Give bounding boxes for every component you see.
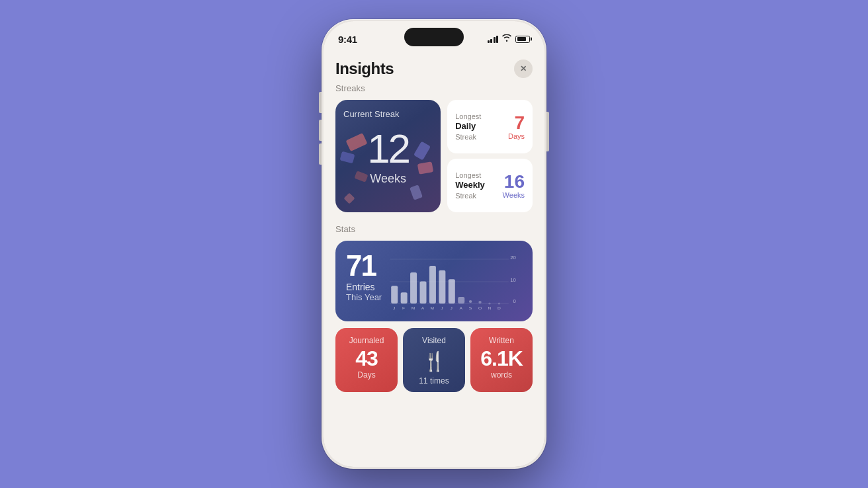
- svg-text:N: N: [488, 305, 492, 310]
- app-content: Insights ✕ Streaks: [324, 50, 544, 467]
- svg-text:0: 0: [513, 298, 516, 304]
- svg-rect-11: [439, 270, 446, 304]
- visited-value: 11 times: [419, 376, 449, 386]
- daily-streak-value: 7 Days: [508, 114, 525, 140]
- status-time: 9:41: [338, 34, 357, 45]
- written-label: Written: [489, 336, 514, 345]
- close-button[interactable]: ✕: [514, 60, 533, 78]
- phone-frame: 9:41: [322, 19, 546, 469]
- chart-svg: 20 10 0: [390, 251, 522, 311]
- entries-chart: 20 10 0: [390, 251, 522, 311]
- daily-streak-card: Longest Daily Streak 7 Days: [447, 100, 533, 153]
- visited-label: Visited: [422, 336, 446, 345]
- journaled-label: Journaled: [349, 336, 384, 345]
- svg-text:J: J: [393, 305, 395, 310]
- svg-text:D: D: [498, 305, 501, 310]
- status-icons: [488, 34, 531, 44]
- svg-text:M: M: [412, 305, 415, 310]
- svg-rect-9: [420, 282, 427, 304]
- weekly-streak-number: 16: [503, 173, 525, 191]
- svg-text:M: M: [431, 305, 435, 310]
- wifi-icon: [502, 34, 511, 44]
- svg-rect-8: [410, 272, 417, 304]
- entries-card: 71 Entries This Year 20 10 0: [335, 241, 533, 321]
- scroll-area[interactable]: Streaks: [324, 83, 544, 467]
- stats-section: Stats 71 Entries This Year: [335, 224, 533, 392]
- stats-label: Stats: [335, 224, 533, 234]
- fork-knife-icon: 🍴: [423, 350, 446, 372]
- svg-text:10: 10: [510, 277, 516, 283]
- page-title: Insights: [335, 60, 394, 78]
- svg-rect-12: [449, 279, 455, 304]
- journaled-unit: Days: [357, 370, 375, 380]
- written-unit: words: [491, 370, 512, 380]
- battery-icon: [515, 36, 530, 43]
- svg-point-14: [469, 300, 472, 303]
- svg-rect-10: [429, 266, 436, 304]
- svg-rect-13: [458, 297, 464, 304]
- streaks-grid: Current Streak 12 Weeks Longest Daily: [335, 100, 533, 212]
- svg-text:O: O: [478, 305, 482, 310]
- signal-icon: [488, 36, 499, 43]
- svg-text:20: 20: [510, 255, 516, 261]
- svg-point-15: [479, 301, 482, 304]
- journaled-value: 43: [355, 348, 378, 369]
- written-value: 6.1K: [480, 348, 523, 369]
- svg-text:J: J: [441, 305, 443, 310]
- bottom-stats: Journaled 43 Days Visited 🍴 11 times: [335, 328, 533, 392]
- written-card: Written 6.1K words: [470, 328, 533, 392]
- daily-streak-label: Longest Daily Streak: [455, 112, 481, 142]
- phone-screen: 9:41: [324, 21, 544, 467]
- current-streak-unit: Weeks: [343, 172, 433, 186]
- svg-text:J: J: [451, 305, 453, 310]
- current-streak-card: Current Streak 12 Weeks: [335, 100, 441, 212]
- weekly-streak-value: 16 Weeks: [503, 173, 525, 199]
- daily-streak-unit: Days: [508, 132, 525, 140]
- weekly-streak-card: Longest Weekly Streak 16 Weeks: [447, 159, 533, 212]
- right-streak-cards: Longest Daily Streak 7 Days: [447, 100, 533, 212]
- app-header: Insights ✕: [324, 50, 544, 83]
- visited-card: Visited 🍴 11 times: [403, 328, 465, 392]
- svg-text:F: F: [402, 305, 405, 310]
- svg-point-16: [488, 303, 490, 305]
- svg-point-17: [498, 303, 500, 305]
- current-streak-number: 12: [343, 128, 433, 169]
- streaks-section: Streaks: [335, 83, 533, 212]
- svg-text:A: A: [460, 305, 463, 310]
- entries-label: Entries This Year: [346, 282, 382, 302]
- journaled-card: Journaled 43 Days: [335, 328, 398, 392]
- streaks-label: Streaks: [335, 83, 533, 93]
- current-streak-title: Current Streak: [343, 109, 433, 119]
- daily-streak-number: 7: [508, 114, 525, 132]
- svg-text:A: A: [421, 305, 425, 310]
- svg-text:S: S: [469, 305, 472, 310]
- svg-rect-7: [401, 292, 408, 304]
- weekly-streak-label: Longest Weekly Streak: [455, 171, 485, 200]
- weekly-streak-unit: Weeks: [503, 191, 525, 199]
- dynamic-island: [404, 28, 464, 46]
- entries-number: 71: [346, 251, 382, 280]
- entries-left: 71 Entries This Year: [346, 251, 382, 302]
- svg-rect-6: [391, 286, 398, 304]
